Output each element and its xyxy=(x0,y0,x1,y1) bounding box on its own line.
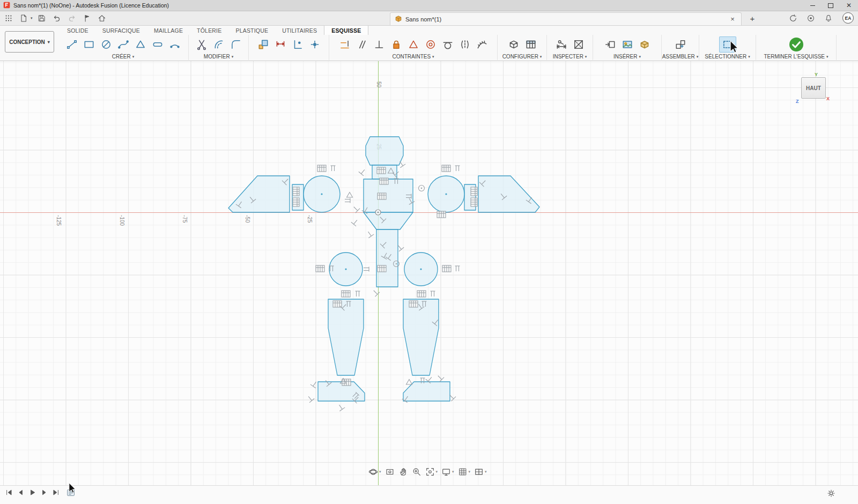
constraint-glyph xyxy=(345,198,350,203)
constraint-glyph xyxy=(378,265,386,272)
measure-icon[interactable] xyxy=(553,36,570,53)
constraint-glyph xyxy=(419,186,425,191)
ribbon-group-label-configurer[interactable]: CONFIGURER▾ xyxy=(502,53,542,60)
ribbon-group-label-inspecter[interactable]: INSPECTER▾ xyxy=(553,53,587,60)
new-document-tab-button[interactable]: + xyxy=(746,12,758,24)
go-to-end-icon[interactable] xyxy=(53,489,60,496)
configuration-icon[interactable] xyxy=(505,36,522,53)
parameters-icon[interactable] xyxy=(522,36,539,53)
settings-gear-icon[interactable] xyxy=(827,489,835,500)
point-icon[interactable] xyxy=(306,36,323,53)
dimension-icon[interactable] xyxy=(272,36,289,53)
step-forward-icon[interactable] xyxy=(41,489,48,496)
go-to-start-icon[interactable] xyxy=(5,489,12,496)
ribbon-group-label-terminer[interactable]: TERMINER L'ESQUISSE▾ xyxy=(764,53,828,60)
ribbon-group-terminer: TERMINER L'ESQUISSE▾ xyxy=(756,35,837,60)
line-icon[interactable] xyxy=(63,36,80,53)
document-tab[interactable]: Sans nom*(1) × xyxy=(390,12,742,25)
maximize-button[interactable] xyxy=(822,0,840,11)
viewcube-x-axis-label: X xyxy=(826,96,830,101)
triangle-icon[interactable] xyxy=(405,36,422,53)
play-icon[interactable] xyxy=(29,489,36,496)
marker-icon[interactable] xyxy=(81,12,93,24)
ribbon-group-label-inserer[interactable]: INSÉRER▾ xyxy=(613,53,641,60)
constraint-glyph xyxy=(317,165,326,172)
ribbon-group-label-modifier[interactable]: MODIFIER▾ xyxy=(204,53,233,60)
rectangle-icon[interactable] xyxy=(80,36,98,53)
constraint-glyph xyxy=(364,267,369,272)
tab-solide[interactable]: SOLIDE xyxy=(60,26,95,35)
circle-icon[interactable] xyxy=(98,36,115,53)
extensions-icon[interactable] xyxy=(805,12,817,24)
offset-icon[interactable] xyxy=(210,36,227,53)
workspace-label: CONCEPTION xyxy=(9,39,45,45)
close-button[interactable]: ✕ xyxy=(840,0,858,11)
tab-tolerie[interactable]: TÔLERIE xyxy=(190,26,228,35)
ribbon-group-label-selectionner[interactable]: SÉLECTIONNER▾ xyxy=(705,53,750,60)
tab-maillage[interactable]: MAILLAGE xyxy=(147,26,190,35)
ribbon-tab-bar: SOLIDESURFACIQUEMAILLAGETÔLERIEPLASTIQUE… xyxy=(60,25,368,35)
tab-utilitaires[interactable]: UTILITAIRES xyxy=(275,26,324,35)
viewcube[interactable]: HAUT xyxy=(801,77,826,99)
file-icon[interactable] xyxy=(18,12,29,24)
robot-sketch[interactable] xyxy=(0,61,858,485)
grid-settings-icon[interactable]: ▾ xyxy=(458,467,471,477)
save-icon[interactable] xyxy=(36,12,48,24)
section-icon[interactable] xyxy=(570,36,587,53)
constraint-glyph xyxy=(378,193,386,199)
constraint-glyph xyxy=(406,380,412,385)
perpendicular-icon[interactable] xyxy=(371,36,388,53)
notifications-icon[interactable] xyxy=(823,12,834,24)
component-icon[interactable] xyxy=(672,36,689,53)
fix-icon[interactable] xyxy=(388,36,405,53)
tab-esquisse[interactable]: ESQUISSE xyxy=(324,25,368,35)
orbit-icon[interactable]: ▾ xyxy=(368,467,381,477)
polygon-icon[interactable] xyxy=(132,36,149,53)
app-grid-icon[interactable] xyxy=(3,12,14,24)
avatar[interactable]: EA xyxy=(842,12,854,24)
viewports-icon[interactable]: ▾ xyxy=(474,467,487,477)
look-at-icon[interactable] xyxy=(385,467,395,477)
job-status-icon[interactable] xyxy=(787,12,799,24)
document-tab-close-icon[interactable]: × xyxy=(728,15,737,23)
finish-icon[interactable] xyxy=(788,36,805,53)
display-settings-icon[interactable]: ▾ xyxy=(441,467,454,477)
undo-icon[interactable] xyxy=(51,12,63,24)
sketch-canvas[interactable]: -125-100-75-50-255025 HAUT Y X Z ▾▾▾▾▾ xyxy=(0,61,858,485)
slot-icon[interactable] xyxy=(149,36,166,53)
curvature-icon[interactable] xyxy=(474,36,491,53)
fit-icon[interactable]: ▾ xyxy=(425,467,438,477)
redo-icon[interactable] xyxy=(66,12,78,24)
tangent-icon[interactable] xyxy=(439,36,456,53)
pan-icon[interactable] xyxy=(398,467,408,477)
trim-icon[interactable] xyxy=(193,36,210,53)
step-back-icon[interactable] xyxy=(17,489,24,496)
file-menu-caret-icon[interactable]: ▾ xyxy=(31,16,33,20)
project-icon[interactable] xyxy=(289,36,306,53)
insert-derive-icon[interactable] xyxy=(602,36,619,53)
ribbon-group-label-contraintes[interactable]: CONTRAINTES▾ xyxy=(392,53,434,60)
fillet-icon[interactable] xyxy=(227,36,245,53)
parallel-icon[interactable] xyxy=(353,36,371,53)
scale-icon[interactable] xyxy=(255,36,272,53)
tab-surfacique[interactable]: SURFACIQUE xyxy=(95,26,147,35)
constraint-glyph xyxy=(352,205,360,213)
image-icon[interactable] xyxy=(619,36,636,53)
minimize-button[interactable] xyxy=(803,0,822,11)
select-icon[interactable] xyxy=(719,36,736,53)
timeline-sketch-marker[interactable] xyxy=(66,488,76,499)
ribbon-group-label-assembler[interactable]: ASSEMBLER▾ xyxy=(662,53,699,60)
arc-icon[interactable] xyxy=(166,36,183,53)
constraint-glyph xyxy=(471,187,477,196)
concentric-icon[interactable] xyxy=(422,36,439,53)
spline-icon[interactable] xyxy=(115,36,132,53)
horizvert-icon[interactable] xyxy=(336,36,353,53)
home-icon[interactable] xyxy=(96,12,108,24)
zoom-icon[interactable] xyxy=(412,467,421,477)
workspace-selector[interactable]: CONCEPTION xyxy=(5,31,54,53)
dxf-icon[interactable] xyxy=(636,36,653,53)
tab-plastique[interactable]: PLASTIQUE xyxy=(228,26,275,35)
ribbon-group-label-creer[interactable]: CRÉER▾ xyxy=(112,53,135,60)
constraint-glyph xyxy=(455,166,460,171)
symmetry-icon[interactable] xyxy=(456,36,474,53)
